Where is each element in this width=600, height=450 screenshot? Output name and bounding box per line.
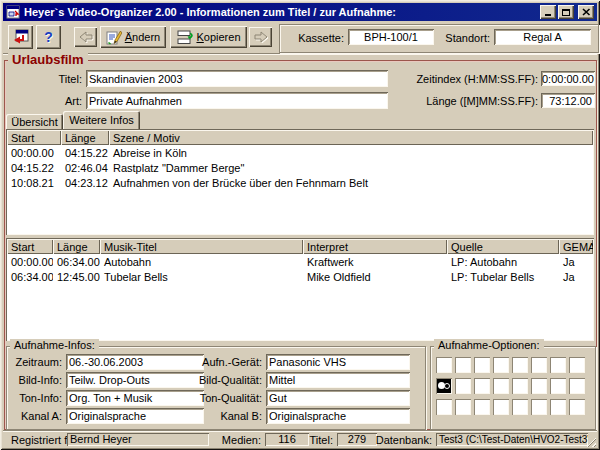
option-cell[interactable]: [455, 378, 471, 394]
option-cell[interactable]: [436, 378, 452, 394]
bild-qualitaet-input[interactable]: [266, 372, 410, 388]
titel-count-label: Titel:: [303, 434, 333, 446]
next-button[interactable]: [249, 27, 272, 47]
table-cell: 02:46.04: [61, 160, 109, 175]
option-cell[interactable]: [493, 378, 509, 394]
option-cell[interactable]: [493, 357, 509, 373]
table-row[interactable]: 04:15.2202:46.04Rastplatz "Dammer Berge": [7, 160, 593, 175]
table-row[interactable]: 10:08.2104:23.12Aufnahmen von der Brücke…: [7, 175, 593, 190]
close-button[interactable]: [578, 5, 594, 19]
option-cell[interactable]: [550, 378, 566, 394]
toolbar: ? Ändern Kopieren: [3, 21, 597, 54]
zeitraum-input[interactable]: [66, 354, 204, 370]
zeitindex-input[interactable]: [541, 71, 595, 86]
maximize-icon: [562, 9, 570, 16]
table-row[interactable]: 00:00.0004:15.22Abreise in Köln: [7, 145, 593, 160]
music-table: Start Länge Musik-Titel Interpret Quelle…: [6, 238, 594, 341]
stereo-circles-icon: [438, 382, 450, 390]
option-cell[interactable]: [550, 399, 566, 415]
titel-input[interactable]: [86, 70, 388, 87]
table-row[interactable]: 00:00.0006:34.00AutobahnKraftwerkLP: Aut…: [7, 254, 593, 269]
titlebar: Heyer`s Video-Organizer 2.00 - Informati…: [3, 3, 597, 21]
table-cell: 06:34.00: [7, 269, 53, 284]
column-header-szene[interactable]: Szene / Motiv: [109, 130, 593, 145]
option-cell[interactable]: [531, 378, 547, 394]
option-cell[interactable]: [512, 378, 528, 394]
bild-info-input[interactable]: [66, 372, 204, 388]
ton-info-input[interactable]: [66, 390, 204, 406]
exit-icon: [12, 29, 30, 46]
option-cell[interactable]: [474, 357, 490, 373]
ton-qualitaet-input[interactable]: [266, 390, 410, 406]
exit-button[interactable]: [8, 25, 33, 49]
kassette-panel: Kassette: Standort:: [279, 24, 599, 53]
kanal-a-input[interactable]: [66, 408, 204, 424]
aufn-geraet-input[interactable]: [266, 354, 410, 370]
laenge-input[interactable]: [541, 93, 595, 108]
option-cell[interactable]: [455, 357, 471, 373]
option-cell[interactable]: [569, 399, 585, 415]
bild-info-label: Bild-Info:: [8, 374, 62, 386]
copy-icon: [176, 30, 193, 45]
help-icon: ?: [44, 29, 53, 45]
table-cell: LP: Tubelar Bells: [447, 269, 559, 284]
tab-uebersicht[interactable]: Übersicht: [6, 114, 63, 129]
option-cell[interactable]: [493, 399, 509, 415]
column-header-start[interactable]: Start: [7, 130, 61, 145]
kanal-b-input[interactable]: [266, 408, 410, 424]
app-icon[interactable]: [6, 5, 20, 19]
column-header-quelle[interactable]: Quelle: [447, 239, 559, 254]
table-cell: Ja: [559, 254, 593, 269]
column-header-laenge[interactable]: Länge: [61, 130, 109, 145]
column-header-musik-titel[interactable]: Musik-Titel: [100, 239, 303, 254]
art-input[interactable]: [86, 92, 388, 109]
previous-button[interactable]: [74, 27, 97, 47]
kassette-input[interactable]: [348, 29, 434, 45]
table-cell: 10:08.21: [7, 175, 61, 190]
option-cell[interactable]: [512, 357, 528, 373]
table-row[interactable]: 06:34.0012:45.00Tubelar BellsMike Oldfie…: [7, 269, 593, 284]
zeitindex-label: Zeitindex (H:MM:SS.FF):: [388, 73, 538, 85]
close-icon: [582, 8, 591, 16]
table-cell: Ja: [559, 269, 593, 284]
option-cell[interactable]: [436, 357, 452, 373]
option-cell[interactable]: [455, 399, 471, 415]
arrow-right-icon: [254, 31, 268, 43]
option-cell[interactable]: [531, 399, 547, 415]
table-cell: Tubelar Bells: [100, 269, 303, 284]
table-cell: 00:00.00: [7, 145, 61, 160]
option-cell[interactable]: [569, 357, 585, 373]
table-cell: Rastplatz "Dammer Berge": [109, 160, 593, 175]
option-cell[interactable]: [569, 378, 585, 394]
medien-label: Medien:: [221, 434, 261, 446]
aufn-geraet-label: Aufn.-Gerät:: [196, 356, 262, 368]
column-header-laenge[interactable]: Länge: [53, 239, 100, 254]
art-label: Art:: [10, 95, 82, 107]
film-title-caption: Urlaubsfilm: [8, 52, 88, 67]
edit-pencil-icon: [106, 30, 122, 45]
aendern-button[interactable]: Ändern: [100, 26, 166, 48]
table-cell: Autobahn: [100, 254, 303, 269]
kopieren-button[interactable]: Kopieren: [170, 26, 247, 48]
option-cell[interactable]: [531, 357, 547, 373]
option-cell[interactable]: [474, 399, 490, 415]
ton-info-label: Ton-Info:: [8, 392, 62, 404]
column-header-interpret[interactable]: Interpret: [303, 239, 447, 254]
option-cell[interactable]: [474, 378, 490, 394]
kanal-a-label: Kanal A:: [8, 410, 62, 422]
option-cell[interactable]: [550, 357, 566, 373]
option-cell[interactable]: [436, 399, 452, 415]
minimize-button[interactable]: [540, 5, 556, 19]
arrow-left-icon: [79, 31, 93, 43]
options-grid: [436, 357, 585, 415]
scenes-table: Start Länge Szene / Motiv 00:00.0004:15.…: [6, 129, 594, 235]
option-cell[interactable]: [512, 399, 528, 415]
column-header-start[interactable]: Start: [7, 239, 53, 254]
column-header-gema[interactable]: GEMA: [559, 239, 593, 254]
table-cell: 12:45.00: [53, 269, 100, 284]
table-cell: Abreise in Köln: [109, 145, 593, 160]
maximize-button[interactable]: [558, 5, 574, 19]
standort-input[interactable]: [494, 29, 591, 45]
help-button[interactable]: ?: [36, 25, 61, 49]
tab-weitere-infos[interactable]: Weitere Infos: [63, 111, 140, 129]
